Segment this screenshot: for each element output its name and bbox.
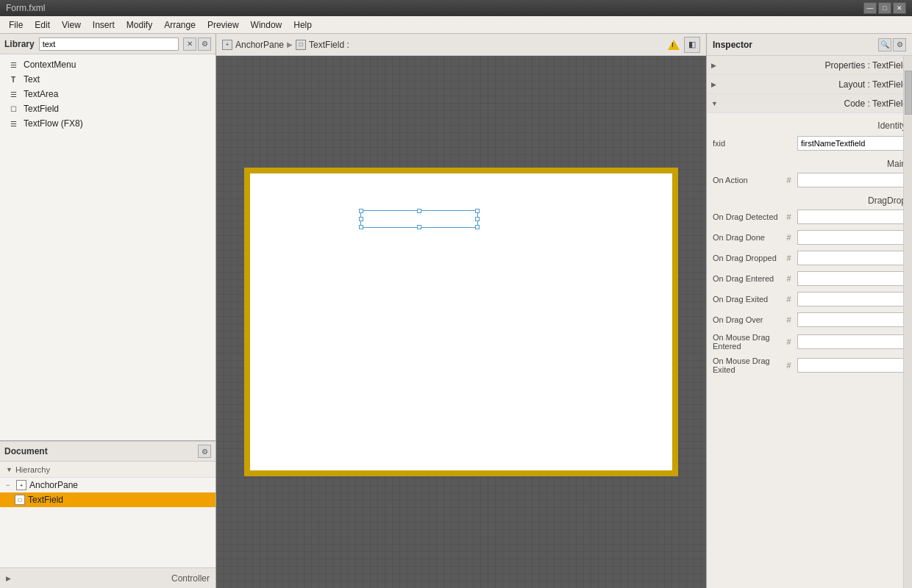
list-item[interactable]: T Text bbox=[0, 72, 215, 87]
controller-label: Controller bbox=[171, 573, 210, 584]
on-drag-detected-label: On Drag Detected bbox=[713, 212, 782, 221]
breadcrumb-separator-icon: ▶ bbox=[287, 40, 293, 49]
menu-view[interactable]: View bbox=[56, 18, 87, 32]
hierarchy-collapse-icon: ▼ bbox=[6, 466, 13, 473]
doc-tree: − + AnchorPane □ TextField bbox=[0, 478, 215, 567]
handle-top-right[interactable] bbox=[475, 209, 480, 213]
on-drag-detected-hash: # bbox=[786, 212, 793, 221]
on-drag-done-input[interactable] bbox=[797, 230, 906, 245]
source-toggle-button[interactable]: ◧ bbox=[684, 37, 700, 53]
textflow-icon: ☰ bbox=[7, 118, 19, 129]
handle-middle-left[interactable] bbox=[359, 217, 363, 221]
on-drag-entered-input[interactable] bbox=[797, 271, 906, 286]
library-settings-button[interactable]: ⚙ bbox=[198, 37, 211, 51]
on-drag-exited-label: On Drag Exited bbox=[713, 295, 782, 304]
on-action-hash: # bbox=[786, 176, 793, 184]
fxid-label: fxid bbox=[713, 139, 793, 148]
handle-bottom-left[interactable] bbox=[359, 225, 363, 229]
inspector-section-properties[interactable]: ▶ Properties : TextField bbox=[707, 56, 912, 75]
on-drag-detected-input[interactable] bbox=[797, 209, 906, 224]
on-mouse-drag-entered-input[interactable] bbox=[797, 334, 906, 349]
inspector-section-layout[interactable]: ▶ Layout : TextField bbox=[707, 75, 912, 94]
inspector-header: Inspector 🔍 ⚙ bbox=[707, 34, 912, 56]
library-close-button[interactable]: ✕ bbox=[183, 37, 196, 51]
lib-item-label: ContextMenu bbox=[24, 60, 76, 70]
dragdrop-heading: DragDrop bbox=[707, 191, 912, 207]
on-drag-dropped-row: On Drag Dropped # bbox=[707, 248, 912, 268]
titlebar-controls: — □ ✕ bbox=[863, 2, 906, 14]
library-search-input[interactable] bbox=[39, 37, 179, 51]
on-drag-over-row: On Drag Over # bbox=[707, 310, 912, 329]
document-section: Document ⚙ ▼ Hierarchy − + AnchorPane □ … bbox=[0, 441, 215, 588]
code-collapse-icon: ▼ bbox=[711, 100, 720, 107]
on-mouse-drag-exited-label: On Mouse Drag Exited bbox=[713, 356, 782, 374]
document-settings-button[interactable]: ⚙ bbox=[198, 445, 211, 458]
handle-bottom-right[interactable] bbox=[475, 225, 480, 229]
tree-collapse-icon[interactable]: − bbox=[6, 481, 13, 489]
controller-bar: ▶ Controller bbox=[0, 567, 215, 588]
on-drag-dropped-input[interactable] bbox=[797, 251, 906, 265]
minimize-button[interactable]: — bbox=[863, 2, 877, 14]
tree-item-anchorpane[interactable]: − + AnchorPane bbox=[0, 478, 215, 492]
fxid-input[interactable] bbox=[797, 136, 906, 151]
inspector-settings-button[interactable]: ⚙ bbox=[893, 38, 906, 51]
inspector-scrollbar[interactable] bbox=[903, 56, 912, 588]
tree-item-textfield[interactable]: □ TextField bbox=[0, 492, 215, 507]
inspector-icons: 🔍 ⚙ bbox=[878, 38, 906, 51]
menu-file[interactable]: File bbox=[3, 18, 29, 32]
inspector-section-code[interactable]: ▼ Code : TextField bbox=[707, 94, 912, 113]
on-mouse-drag-entered-label: On Mouse Drag Entered bbox=[713, 333, 782, 351]
warning-icon bbox=[666, 37, 681, 52]
menu-help[interactable]: Help bbox=[288, 18, 318, 32]
handle-middle-right[interactable] bbox=[475, 217, 480, 221]
tree-item-label: AnchorPane bbox=[29, 480, 78, 490]
menu-arrange[interactable]: Arrange bbox=[158, 18, 202, 32]
inspector-scrollbar-thumb[interactable] bbox=[905, 71, 912, 115]
menu-modify[interactable]: Modify bbox=[121, 18, 158, 32]
list-item[interactable]: ☰ TextFlow (FX8) bbox=[0, 116, 215, 131]
close-button[interactable]: ✕ bbox=[893, 2, 906, 14]
list-item[interactable]: ☐ TextField bbox=[0, 101, 215, 116]
warning-triangle-icon bbox=[668, 40, 680, 50]
handle-top-left[interactable] bbox=[359, 209, 363, 213]
handle-top-center[interactable] bbox=[417, 209, 421, 213]
textfield-breadcrumb-icon: □ bbox=[296, 40, 306, 50]
on-mouse-drag-exited-input[interactable] bbox=[797, 358, 906, 373]
inspector-search-button[interactable]: 🔍 bbox=[878, 38, 891, 51]
menu-preview[interactable]: Preview bbox=[202, 18, 245, 32]
breadcrumb-anchorpane[interactable]: + AnchorPane bbox=[222, 40, 284, 50]
library-header-icons: ✕ ⚙ bbox=[183, 37, 211, 51]
breadcrumb-anchorpane-label: AnchorPane bbox=[235, 40, 284, 50]
on-drag-over-input[interactable] bbox=[797, 312, 906, 327]
on-drag-exited-input[interactable] bbox=[797, 292, 906, 306]
on-drag-over-hash: # bbox=[786, 315, 793, 324]
on-drag-done-label: On Drag Done bbox=[713, 233, 782, 242]
left-panel: Library ✕ ⚙ ☰ ContextMenu T Text ☰ bbox=[0, 34, 216, 588]
canvas-area[interactable] bbox=[216, 56, 706, 588]
dragdrop-label: DragDrop bbox=[868, 196, 906, 206]
properties-expand-icon: ▶ bbox=[711, 62, 720, 69]
menu-insert[interactable]: Insert bbox=[87, 18, 121, 32]
anchorpane-node-icon: + bbox=[16, 480, 26, 490]
main-heading: Main bbox=[707, 154, 912, 171]
on-mouse-drag-exited-hash: # bbox=[786, 361, 793, 370]
on-drag-dropped-hash: # bbox=[786, 254, 793, 262]
handle-bottom-center[interactable] bbox=[417, 225, 421, 229]
layout-expand-icon: ▶ bbox=[711, 81, 720, 88]
breadcrumb-textfield[interactable]: □ TextField : bbox=[296, 40, 349, 50]
document-header: Document ⚙ bbox=[0, 441, 215, 462]
center-panel: + AnchorPane ▶ □ TextField : ◧ bbox=[216, 34, 706, 588]
on-action-input[interactable] bbox=[797, 173, 906, 187]
list-item[interactable]: ☰ TextArea bbox=[0, 87, 215, 101]
library-label: Library bbox=[4, 39, 35, 49]
menu-edit[interactable]: Edit bbox=[29, 18, 56, 32]
textfield-icon: ☐ bbox=[7, 103, 19, 115]
on-mouse-drag-entered-hash: # bbox=[786, 337, 793, 346]
textfield-widget[interactable] bbox=[360, 210, 478, 228]
canvas-toolbar: + AnchorPane ▶ □ TextField : ◧ bbox=[216, 34, 706, 56]
list-item[interactable]: ☰ ContextMenu bbox=[0, 57, 215, 72]
maximize-button[interactable]: □ bbox=[878, 2, 891, 14]
titlebar-title: Form.fxml bbox=[6, 3, 45, 13]
menu-window[interactable]: Window bbox=[245, 18, 288, 32]
hierarchy-label: Hierarchy bbox=[15, 465, 50, 474]
